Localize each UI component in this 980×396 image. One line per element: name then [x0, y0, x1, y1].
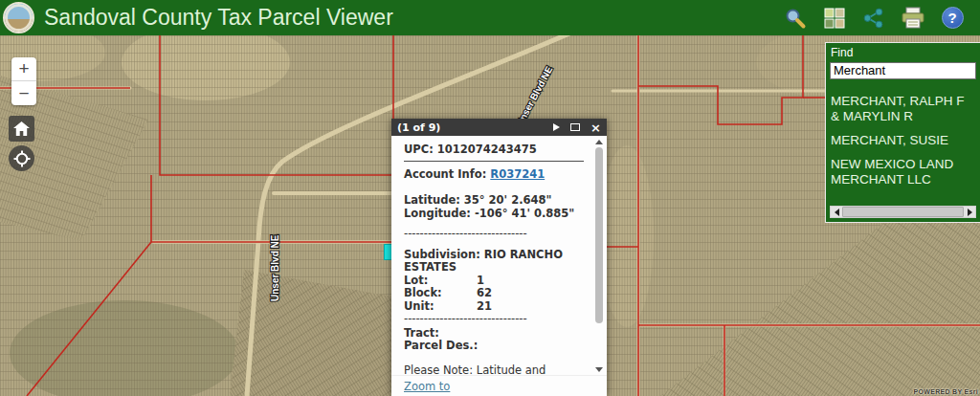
find-result-item[interactable]: MERCHANT, SUSIE — [831, 133, 976, 148]
parcel-info-popup: (1 of 9) × UPC: 1012074243475 Account In… — [391, 119, 607, 396]
account-row: Account Info: R037241 — [404, 168, 584, 182]
scrollbar-thumb[interactable] — [842, 207, 964, 217]
next-arrow-icon — [553, 123, 560, 131]
popup-close-button[interactable]: × — [590, 121, 601, 134]
print-button[interactable] — [901, 6, 925, 31]
maximize-icon — [570, 123, 580, 131]
help-icon: ? — [942, 7, 964, 29]
find-result-item[interactable]: NEW MEXICO LAND MERCHANT LLC — [831, 157, 976, 187]
page-title: Sandoval County Tax Parcel Viewer — [44, 5, 393, 31]
header-bar: Sandoval County Tax Parcel Viewer — [0, 0, 980, 35]
search-icon — [784, 7, 807, 30]
popup-body: UPC: 1012074243475 Account Info: R037241… — [391, 136, 607, 375]
latitude-row: Latitude: 35° 20' 2.648" — [404, 194, 584, 208]
find-panel: Find MERCHANT, RALPH F & MARYLIN R MERCH… — [825, 42, 980, 223]
unit-row: Unit:21 — [404, 300, 584, 314]
parcel-des-row: Parcel Des.: — [404, 340, 584, 353]
scroll-down-button[interactable] — [595, 365, 603, 373]
street-label-unser-1: Unser Blvd NE — [270, 234, 280, 301]
zoom-in-button[interactable]: + — [11, 57, 36, 81]
popup-note: Please Note: Latitude and Longitude is t… — [404, 364, 584, 376]
separator-dashes: ------------------------------- — [404, 228, 584, 241]
home-icon — [13, 121, 30, 137]
scrollbar-thumb[interactable] — [595, 147, 603, 323]
locate-button[interactable] — [9, 145, 34, 171]
find-results-list: MERCHANT, RALPH F & MARYLIN R MERCHANT, … — [830, 94, 976, 187]
basemap-grid-icon — [824, 8, 845, 29]
subdivision-row: Subdivision: RIO RANCHO ESTATES — [404, 249, 584, 275]
find-label: Find — [831, 46, 976, 59]
popup-scrollbar[interactable] — [594, 138, 604, 373]
basemap-button[interactable] — [822, 6, 847, 31]
zoom-out-button[interactable]: − — [11, 81, 36, 105]
upc-row: UPC: 1012074243475 — [404, 143, 584, 157]
separator-dashes: ------------------------------- — [404, 313, 584, 326]
block-row: Block:62 — [404, 287, 584, 300]
share-button[interactable] — [861, 6, 886, 31]
popup-maximize-button[interactable] — [570, 123, 580, 131]
map-attribution: POWERED BY Esri — [914, 388, 978, 395]
find-horizontal-scrollbar[interactable] — [830, 206, 976, 218]
popup-titlebar: (1 of 9) × — [391, 119, 607, 136]
scroll-left-button[interactable] — [831, 207, 842, 217]
county-seal-logo — [3, 2, 34, 33]
find-search-input[interactable] — [830, 62, 976, 79]
divider — [404, 161, 584, 162]
lot-row: Lot:1 — [404, 275, 584, 288]
print-icon — [901, 7, 925, 30]
home-extent-button[interactable] — [9, 116, 34, 142]
app-window: Unser Blvd NE Unser Blvd NE POWERED BY E… — [0, 0, 980, 396]
tract-row: Tract: — [404, 327, 584, 341]
zoom-controls: + − — [11, 57, 36, 105]
longitude-row: Longitude: -106° 41' 0.885" — [404, 208, 584, 221]
share-icon — [862, 7, 885, 30]
scroll-up-button[interactable] — [595, 138, 603, 145]
scroll-right-button[interactable] — [964, 207, 975, 217]
locate-icon — [13, 150, 31, 167]
popup-action-bar: Zoom to — [391, 375, 607, 396]
zoom-to-link[interactable]: Zoom to — [404, 380, 450, 393]
help-button[interactable]: ? — [940, 6, 965, 31]
popup-next-button[interactable] — [553, 123, 560, 131]
popup-pagination-label: (1 of 9) — [397, 121, 543, 134]
account-link[interactable]: R037241 — [490, 167, 545, 181]
search-button[interactable] — [783, 6, 808, 31]
find-result-item[interactable]: MERCHANT, RALPH F & MARYLIN R — [831, 94, 976, 124]
